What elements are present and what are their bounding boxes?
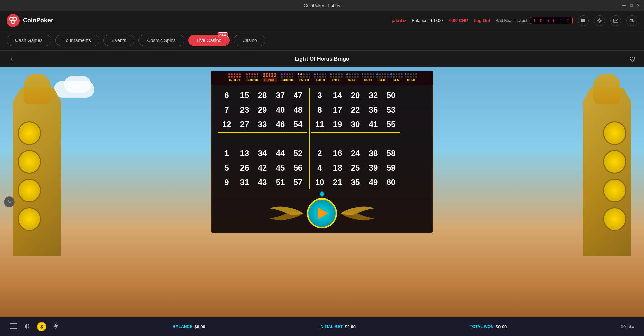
prize-5-value: $50.00: [316, 78, 325, 82]
back-button[interactable]: ‹: [7, 54, 17, 64]
cell-R6-5: 60: [383, 175, 399, 189]
cell-R5-2: 18: [329, 161, 346, 175]
game-bottom-bar: $ BALANCE $0.00 INITIAL BET $2.00 TOTAL …: [0, 317, 644, 336]
balance-chp-alt: 0.00 CHP: [449, 18, 468, 23]
prize-item-4: $50.00: [296, 73, 312, 82]
left-coin-3: [18, 179, 41, 202]
cell-L4-5: 52: [290, 146, 307, 160]
play-area: [218, 198, 426, 228]
cell-L3-1: 12: [218, 117, 235, 131]
cell-R2-5: 53: [383, 103, 399, 117]
sound-icon[interactable]: [24, 323, 30, 331]
cell-L6-3: 43: [254, 175, 271, 189]
currency-icon[interactable]: $: [37, 322, 46, 331]
left-coin-4: [18, 207, 41, 231]
cell-L5-1: 5: [218, 161, 235, 175]
header-right: jakubz Balance ₮ 0.00 | 0.00 CHP Log Out…: [392, 15, 637, 26]
cell-R4-2: 16: [329, 146, 346, 160]
app-name: CoinPoker: [23, 17, 53, 24]
cell-R1-3: 20: [347, 88, 364, 102]
prize-11-value: $1.50: [407, 78, 415, 82]
username: jakubz: [392, 18, 407, 23]
prize-3-value: $100.00: [282, 78, 293, 82]
close-btn[interactable]: ✕: [637, 3, 640, 8]
cell-L5-5: 56: [290, 161, 307, 175]
cell-L1-2: 15: [236, 88, 253, 102]
prize-9-value: $4.00: [379, 78, 387, 82]
window-title: CoinPoker - Lobby: [304, 3, 340, 8]
cell-L2-1: 7: [218, 103, 235, 117]
cell-R1-5: 50: [383, 88, 399, 102]
cell-L5-3: 42: [254, 161, 271, 175]
speed-icon[interactable]: [53, 322, 59, 331]
balance-stat-value: $0.00: [194, 324, 205, 329]
settings-icon-btn[interactable]: [594, 15, 605, 26]
nav-live-casino[interactable]: Live Casino NEW: [188, 35, 230, 46]
cell-L2-4: 40: [272, 103, 289, 117]
right-coin-3: [603, 179, 626, 202]
prize-item-10: $1.50: [390, 73, 404, 82]
board-sections: 6 15 28 37 47 7 23 29 40 48 12 27: [218, 88, 426, 189]
nav-tournaments[interactable]: Tournaments: [55, 35, 99, 46]
prize-item-9: $4.00: [376, 73, 389, 82]
maximize-btn[interactable]: □: [630, 3, 633, 8]
menu-icon[interactable]: [10, 323, 17, 330]
cell-R1-4: 32: [365, 88, 382, 102]
minimize-btn[interactable]: —: [622, 3, 626, 8]
right-statue: [583, 88, 631, 256]
total-won-label: TOTAL WON: [470, 324, 493, 329]
cell-L4-4: 44: [272, 146, 289, 160]
nav-cosmic-spins[interactable]: Cosmic Spins: [138, 35, 184, 46]
h-divider-left: [218, 132, 307, 133]
nav-events[interactable]: Events: [103, 35, 135, 46]
cell-L2-5: 48: [290, 103, 307, 117]
jackpot-area: Bad Beat Jackpot ₮ 0 5 6 1 2: [496, 17, 573, 24]
cell-R3-2: 19: [329, 117, 346, 131]
page-title-bar: ‹ Light Of Horus Bingo: [0, 51, 644, 67]
right-coin-1: [603, 121, 626, 145]
prize-item-2: $300.00: [244, 73, 261, 82]
cell-L4-3: 34: [254, 146, 271, 160]
cell-R3-1: 11: [311, 117, 328, 131]
mail-icon-btn[interactable]: [610, 15, 621, 26]
side-coin-button[interactable]: ©: [4, 196, 15, 207]
play-button[interactable]: [307, 198, 337, 228]
window-controls[interactable]: — □ ✕: [622, 3, 640, 8]
left-board: 6 15 28 37 47 7 23 29 40 48 12 27: [218, 88, 307, 189]
cell-L2-3: 29: [254, 103, 271, 117]
prize-item-8: $5.00: [361, 73, 375, 82]
left-coin-2: [18, 150, 41, 174]
prize-item-6: $20.00: [329, 73, 344, 82]
nav-cash-games[interactable]: Cash Games: [7, 35, 51, 46]
nav-bar: Cash Games Tournaments Events Cosmic Spi…: [0, 30, 644, 51]
lang-icon-btn[interactable]: EN: [626, 15, 637, 26]
svg-rect-4: [613, 19, 618, 22]
prize-1-value: $750.00: [229, 78, 240, 82]
prize-10-value: $1.50: [393, 78, 401, 82]
prize-4-value: $50.00: [299, 78, 309, 82]
jackpot-label: Bad Beat Jackpot: [496, 18, 527, 23]
cell-R3-4: 41: [365, 117, 382, 131]
logout-button[interactable]: Log Out: [474, 18, 490, 23]
favorite-button[interactable]: [627, 54, 637, 64]
left-statue: [13, 88, 61, 256]
prize-7-value: $20.00: [348, 78, 357, 82]
cell-L3-3: 33: [254, 117, 271, 131]
cell-L6-2: 31: [236, 175, 253, 189]
chat-icon-btn[interactable]: [578, 15, 589, 26]
cell-R6-2: 21: [329, 175, 346, 189]
gem-diamond: [318, 190, 326, 198]
prize-item-11: $1.50: [404, 73, 418, 82]
nav-casino[interactable]: Casino: [234, 35, 265, 46]
cell-L6-1: 9: [218, 175, 235, 189]
cell-L3-2: 27: [236, 117, 253, 131]
svg-rect-7: [10, 328, 17, 329]
game-timer: 09:44: [621, 324, 634, 329]
cell-R6-3: 35: [347, 175, 364, 189]
cell-R5-3: 25: [347, 161, 364, 175]
prize-item-3: $100.00: [279, 73, 296, 82]
cloud-2: [64, 76, 91, 93]
cell-R5-5: 59: [383, 161, 399, 175]
cell-R2-1: 8: [311, 103, 328, 117]
cell-L2-2: 23: [236, 103, 253, 117]
